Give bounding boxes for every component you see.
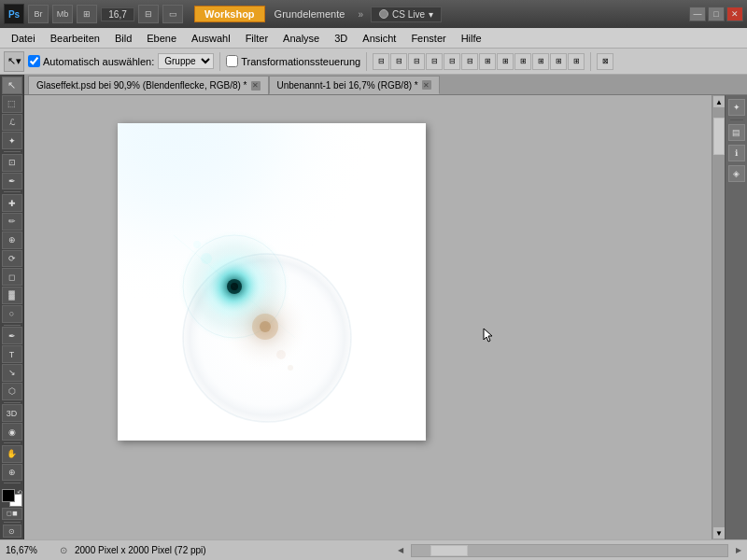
panel-btn-2[interactable]: ▤ (728, 124, 745, 141)
svg-point-12 (201, 253, 212, 264)
distribute-bottom-btn[interactable]: ⊞ (568, 53, 585, 70)
auto-select-input[interactable] (28, 55, 40, 67)
zoom-btn[interactable]: ⊕ (2, 464, 22, 482)
auto-align-btn[interactable]: ⊠ (597, 53, 613, 70)
menu-bearbeiten[interactable]: Bearbeiten (43, 31, 107, 46)
distribute-left-btn[interactable]: ⊞ (479, 53, 496, 70)
move-tool-btn[interactable]: ↖ (2, 77, 22, 94)
bridge-btn[interactable]: Br (28, 5, 49, 23)
menu-3d[interactable]: 3D (327, 31, 355, 46)
scroll-left-arrow[interactable]: ◀ (398, 546, 403, 554)
dodge-btn[interactable]: ○ (2, 305, 22, 323)
menu-filter[interactable]: Filter (238, 31, 275, 46)
healing-btn[interactable]: ✚ (2, 194, 22, 212)
menu-auswahl[interactable]: Auswahl (184, 31, 238, 46)
maximize-btn[interactable]: □ (708, 7, 725, 21)
hand-btn[interactable]: ✋ (2, 445, 22, 463)
3d-tool-btn[interactable]: 3D (2, 404, 22, 422)
svg-point-13 (193, 241, 201, 248)
svg-point-15 (288, 365, 293, 371)
separator-3 (590, 52, 591, 71)
quickmask-btn[interactable]: ⊙ (3, 525, 21, 538)
arrangement-btn[interactable]: ⊟ (138, 5, 159, 23)
scroll-right-arrow[interactable]: ▶ (736, 546, 741, 554)
3d-obj-btn[interactable]: ◉ (2, 423, 22, 441)
mode-btn[interactable]: ◻◼ (2, 508, 22, 521)
cs-live-btn[interactable]: CS Live ▾ (371, 7, 442, 22)
scroll-down-btn[interactable]: ▼ (712, 526, 726, 539)
menu-hilfe[interactable]: Hilfe (454, 31, 489, 46)
tab-unbenannt-close[interactable]: ✕ (422, 80, 431, 90)
shape-btn[interactable]: ⬡ (2, 383, 22, 400)
more-chevron[interactable]: » (354, 7, 367, 21)
distribute-middle-btn[interactable]: ⊞ (550, 53, 567, 70)
menu-bild[interactable]: Bild (107, 31, 139, 46)
tool-icon: ↖▾ (4, 51, 24, 72)
minimize-btn[interactable]: — (689, 7, 706, 21)
pen-btn[interactable]: ✒ (2, 327, 22, 344)
auto-select-dropdown[interactable]: Gruppe Ebene (158, 53, 214, 69)
reset-colors[interactable]: ⟲ (17, 489, 22, 497)
lasso-tool-btn[interactable]: ℒ (2, 114, 22, 132)
workspace-btn[interactable]: Workshop (194, 6, 265, 22)
menu-fenster[interactable]: Fenster (403, 31, 453, 46)
menu-analyse[interactable]: Analyse (275, 31, 327, 46)
screen-mode-btn[interactable]: ▭ (162, 5, 183, 23)
magic-wand-btn[interactable]: ✦ (2, 132, 22, 149)
history-btn[interactable]: ⟳ (2, 250, 22, 268)
tab-unbenannt[interactable]: Unbenannt-1 bei 16,7% (RGB/8) * ✕ (269, 76, 440, 94)
status-doc-icon[interactable]: ⊙ (60, 545, 67, 555)
document-canvas (118, 123, 426, 441)
tab-glaseffekt-label: Glaseffekt.psd bei 90,9% (Blendenflecke,… (36, 80, 247, 91)
align-middle-btn[interactable]: ⊟ (444, 53, 460, 70)
panel-btn-4[interactable]: ◈ (728, 165, 745, 182)
transform-checkbox[interactable]: Transformationssteuerung (226, 55, 360, 67)
align-bottom-btn[interactable]: ⊟ (461, 53, 478, 70)
tool-sep-5 (4, 442, 21, 443)
menu-ansicht[interactable]: Ansicht (355, 31, 403, 46)
view-btn[interactable]: ⊞ (77, 5, 97, 23)
transform-input[interactable] (226, 55, 238, 67)
content-wrapper: Glaseffekt.psd bei 90,9% (Blendenflecke,… (24, 75, 747, 539)
scroll-thumb[interactable] (713, 118, 725, 155)
eyedropper-btn[interactable]: ✒ (2, 173, 22, 190)
clone-btn[interactable]: ⊕ (2, 231, 22, 249)
fg-color[interactable] (2, 489, 15, 502)
marquee-tool-btn[interactable]: ⬚ (2, 95, 22, 113)
menu-bar: Datei Bearbeiten Bild Ebene Auswahl Filt… (0, 28, 747, 49)
tab-glaseffekt-close[interactable]: ✕ (251, 81, 261, 91)
auto-select-checkbox[interactable]: Automatisch auswählen: (28, 55, 154, 67)
eraser-btn[interactable]: ◻ (2, 268, 22, 286)
align-left-btn[interactable]: ⊟ (373, 53, 389, 70)
distribute-center-btn[interactable]: ⊞ (497, 53, 514, 70)
type-btn[interactable]: T (2, 345, 22, 363)
path-select-btn[interactable]: ↘ (2, 364, 22, 382)
lens-flare-artwork (118, 123, 426, 441)
distribute-right-btn[interactable]: ⊞ (514, 53, 531, 70)
gradient-btn[interactable]: ▓ (2, 287, 22, 304)
tool-sep-6 (4, 483, 21, 483)
align-center-btn[interactable]: ⊟ (390, 53, 407, 70)
menu-ebene[interactable]: Ebene (139, 31, 184, 46)
cs-live-icon (379, 9, 388, 19)
h-scroll-thumb[interactable] (430, 545, 468, 556)
tab-glaseffekt[interactable]: Glaseffekt.psd bei 90,9% (Blendenflecke,… (28, 76, 269, 94)
distribute-top-btn[interactable]: ⊞ (532, 53, 549, 70)
ps-logo: Ps (4, 4, 24, 24)
color-box[interactable]: ⟲ (2, 489, 22, 506)
auto-select-label: Automatisch auswählen: (43, 56, 154, 67)
grundelemente-btn[interactable]: Grundelemente (269, 7, 351, 21)
scroll-up-btn[interactable]: ▲ (712, 95, 726, 108)
crop-tool-btn[interactable]: ⊡ (2, 154, 22, 172)
brush-btn[interactable]: ✏ (2, 213, 22, 231)
h-scrollbar[interactable] (411, 544, 728, 557)
canvas-area (24, 95, 712, 539)
panel-btn-1[interactable]: ✦ (728, 99, 745, 116)
align-right-btn[interactable]: ⊟ (408, 53, 425, 70)
mini-bridge-btn[interactable]: Mb (52, 5, 73, 23)
menu-datei[interactable]: Datei (4, 31, 43, 46)
tab-bar: Glaseffekt.psd bei 90,9% (Blendenflecke,… (24, 75, 747, 95)
panel-btn-3[interactable]: ℹ (728, 145, 745, 161)
close-btn[interactable]: ✕ (726, 7, 743, 21)
align-top-btn[interactable]: ⊟ (426, 53, 443, 70)
